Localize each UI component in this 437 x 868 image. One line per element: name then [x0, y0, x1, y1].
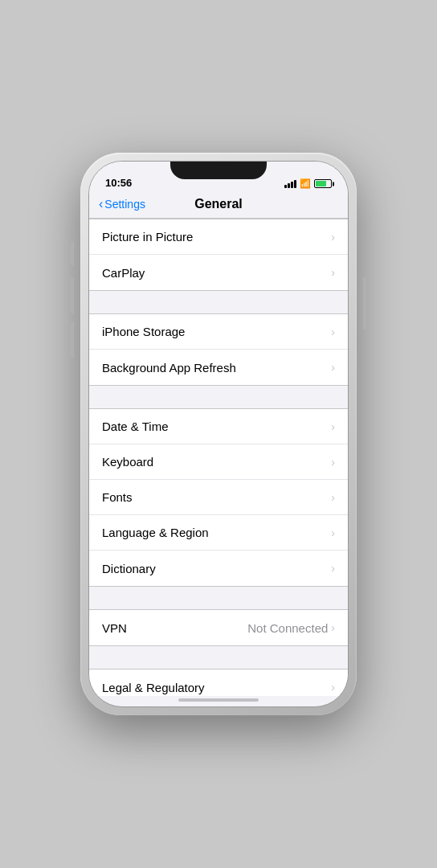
row-label-vpn: VPN [102, 621, 127, 635]
navigation-bar: ‹ Settings General [89, 192, 348, 219]
back-chevron-icon: ‹ [99, 197, 103, 211]
wifi-icon: 📶 [300, 178, 311, 189]
mute-button[interactable] [71, 241, 74, 265]
settings-row-carplay[interactable]: CarPlay › [89, 255, 348, 290]
settings-row-legal-regulatory[interactable]: Legal & Regulatory › [89, 669, 348, 696]
power-button[interactable] [363, 277, 366, 330]
back-label: Settings [104, 198, 145, 211]
chevron-right-icon: › [331, 526, 335, 539]
row-value-vpn: Not Connected [247, 621, 328, 635]
home-indicator [178, 698, 259, 702]
settings-row-dictionary[interactable]: Dictionary › [89, 551, 348, 586]
row-right-picture-in-picture: › [331, 231, 335, 244]
chevron-right-icon: › [331, 420, 335, 433]
chevron-right-icon: › [331, 681, 335, 694]
row-right-carplay: › [331, 266, 335, 279]
settings-group-4: VPN Not Connected › [89, 609, 348, 646]
signal-bars-icon [284, 180, 296, 188]
row-label-legal-regulatory: Legal & Regulatory [102, 681, 205, 694]
row-right-iphone-storage: › [331, 326, 335, 338]
section-gap-2 [89, 386, 348, 408]
row-label-background-app-refresh: Background App Refresh [102, 361, 236, 375]
status-icons: 📶 [284, 178, 332, 189]
volume-down-button[interactable] [71, 321, 74, 358]
battery-icon [314, 179, 332, 188]
row-right-background-app-refresh: › [331, 361, 335, 374]
chevron-right-icon: › [331, 326, 335, 338]
settings-row-fonts[interactable]: Fonts › [89, 480, 348, 515]
settings-row-date-time[interactable]: Date & Time › [89, 409, 348, 444]
status-time: 10:56 [105, 177, 132, 189]
row-label-date-time: Date & Time [102, 420, 169, 433]
section-gap-1 [89, 291, 348, 313]
row-label-fonts: Fonts [102, 490, 133, 504]
settings-group-1: Picture in Picture › CarPlay › [89, 219, 348, 291]
row-label-language-region: Language & Region [102, 526, 209, 539]
notch [170, 162, 267, 179]
settings-row-vpn[interactable]: VPN Not Connected › [89, 610, 348, 645]
section-gap-4 [89, 646, 348, 669]
chevron-right-icon: › [331, 361, 335, 374]
chevron-right-icon: › [331, 562, 335, 575]
settings-row-picture-in-picture[interactable]: Picture in Picture › [89, 219, 348, 255]
row-label-picture-in-picture: Picture in Picture [102, 230, 193, 244]
row-label-dictionary: Dictionary [102, 562, 156, 575]
row-label-keyboard: Keyboard [102, 455, 153, 469]
chevron-right-icon: › [331, 266, 335, 279]
page-title: General [194, 197, 243, 211]
chevron-right-icon: › [331, 491, 335, 504]
phone-frame: 10:56 📶 ‹ Settings General [80, 153, 357, 715]
settings-row-keyboard[interactable]: Keyboard › [89, 444, 348, 480]
chevron-right-icon: › [331, 621, 335, 634]
chevron-right-icon: › [331, 456, 335, 469]
section-gap-3 [89, 587, 348, 609]
settings-group-5: Legal & Regulatory › [89, 669, 348, 696]
settings-row-background-app-refresh[interactable]: Background App Refresh › [89, 350, 348, 385]
settings-group-2: iPhone Storage › Background App Refresh … [89, 313, 348, 386]
settings-scroll[interactable]: Picture in Picture › CarPlay › iPhone St… [89, 219, 348, 696]
row-label-carplay: CarPlay [102, 266, 145, 280]
chevron-right-icon: › [331, 231, 335, 244]
settings-row-iphone-storage[interactable]: iPhone Storage › [89, 314, 348, 350]
screen: 10:56 📶 ‹ Settings General [88, 161, 349, 707]
volume-up-button[interactable] [71, 277, 74, 313]
back-button[interactable]: ‹ Settings [99, 197, 145, 211]
row-label-iphone-storage: iPhone Storage [102, 325, 185, 338]
settings-row-language-region[interactable]: Language & Region › [89, 515, 348, 551]
settings-group-3: Date & Time › Keyboard › Fonts › [89, 408, 348, 587]
